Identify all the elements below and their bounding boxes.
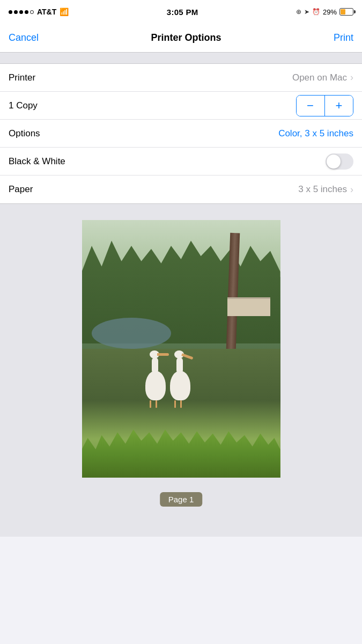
pelican-1-leg-l xyxy=(150,400,151,408)
navigation-icon: ➤ xyxy=(304,8,309,16)
dot-2 xyxy=(14,10,18,14)
decrease-copies-button[interactable]: − xyxy=(297,96,324,116)
cancel-button[interactable]: Cancel xyxy=(9,32,39,43)
status-right: ⊕ ➤ ⏰ 29% xyxy=(296,8,353,16)
dot-5 xyxy=(30,10,34,14)
copies-label: 1 Copy xyxy=(9,100,38,111)
options-value: Color, 3 x 5 inches xyxy=(278,128,353,139)
dot-4 xyxy=(25,10,28,14)
wifi-icon: 📶 xyxy=(60,8,69,16)
photo-image xyxy=(82,220,280,478)
paper-chevron-icon: › xyxy=(350,184,353,195)
paper-value-group: 3 x 5 inches › xyxy=(298,184,353,195)
pelican-2-leg-r xyxy=(180,400,182,408)
status-bar: AT&T 📶 3:05 PM ⊕ ➤ ⏰ 29% xyxy=(0,0,362,24)
settings-table: Printer Open on Mac › 1 Copy − + Options… xyxy=(0,63,362,204)
location-icon: ⊕ xyxy=(296,8,301,16)
printer-value: Open on Mac xyxy=(292,72,347,83)
preview-area: Page 1 xyxy=(0,204,362,537)
battery-box xyxy=(339,8,353,16)
battery-indicator xyxy=(339,8,353,16)
copy-stepper: − + xyxy=(296,95,354,116)
status-left: AT&T 📶 xyxy=(9,8,69,16)
alarm-icon: ⏰ xyxy=(312,8,320,16)
pelican-1-beak xyxy=(157,353,169,356)
copies-row: 1 Copy − + xyxy=(0,92,362,120)
nav-bar: Cancel Printer Options Print xyxy=(0,24,362,53)
increase-copies-button[interactable]: + xyxy=(325,96,353,116)
bw-row: Black & White xyxy=(0,148,362,175)
printer-value-group: Open on Mac › xyxy=(292,72,353,83)
pond xyxy=(92,318,171,349)
printer-row[interactable]: Printer Open on Mac › xyxy=(0,64,362,92)
pelican-2-neck xyxy=(176,357,183,374)
page-title: Printer Options xyxy=(151,32,221,43)
options-label: Options xyxy=(9,128,40,139)
photo-scene xyxy=(82,220,280,478)
pelican-1-neck xyxy=(152,357,158,374)
pelican-2-leg-l xyxy=(174,400,176,408)
toggle-knob xyxy=(327,155,341,169)
options-value-group: Color, 3 x 5 inches xyxy=(278,128,353,139)
pelican-2-body xyxy=(170,371,190,400)
paper-row[interactable]: Paper 3 x 5 inches › xyxy=(0,175,362,203)
pelican-2-legs xyxy=(174,400,182,408)
print-button[interactable]: Print xyxy=(334,32,353,43)
pelican-2 xyxy=(170,371,190,400)
battery-percent: 29% xyxy=(323,8,337,16)
printer-chevron-icon: › xyxy=(350,72,353,83)
photo-preview: Page 1 xyxy=(82,220,280,515)
building xyxy=(227,297,270,316)
page-badge: Page 1 xyxy=(160,492,203,507)
pelican-1-leg-r xyxy=(156,400,157,408)
pelican-1-body xyxy=(145,371,166,400)
carrier-label: AT&T xyxy=(37,8,56,16)
paper-value: 3 x 5 inches xyxy=(298,184,347,195)
bw-toggle[interactable] xyxy=(326,153,353,170)
options-row[interactable]: Options Color, 3 x 5 inches xyxy=(0,120,362,148)
pelican-group xyxy=(145,371,190,400)
pelican-1 xyxy=(145,371,166,400)
dot-3 xyxy=(19,10,23,14)
paper-label: Paper xyxy=(9,184,33,195)
status-time: 3:05 PM xyxy=(167,8,198,17)
signal-dots xyxy=(9,10,34,14)
pelican-1-legs xyxy=(150,400,157,408)
bw-label: Black & White xyxy=(9,156,65,167)
printer-label: Printer xyxy=(9,72,35,83)
battery-fill xyxy=(341,9,345,14)
top-separator xyxy=(0,53,362,63)
dot-1 xyxy=(9,10,12,14)
